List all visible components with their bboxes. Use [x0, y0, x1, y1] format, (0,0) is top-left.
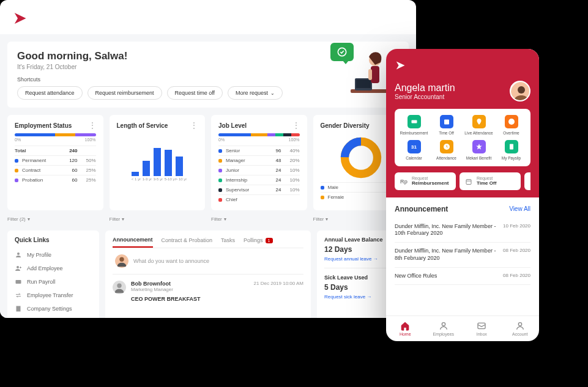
caret-down-icon: ▾: [224, 216, 226, 222]
rp-icon: Rp: [400, 177, 408, 186]
mobile-header: Angela martin Senior Accountant Reimburs…: [386, 49, 539, 197]
quick-links-title: Quick Links: [15, 237, 92, 243]
ql-run-payroll[interactable]: Run Payroll: [15, 275, 92, 289]
request-more-button[interactable]: [524, 172, 530, 190]
svg-rect-24: [466, 179, 471, 184]
nav-home[interactable]: Home: [386, 316, 425, 341]
tab-announcement[interactable]: Announcement: [113, 237, 153, 248]
hero-illustration: [341, 48, 390, 105]
shortcut-attendance[interactable]: Request attendance: [17, 86, 83, 100]
user-name: Angela martin: [395, 83, 455, 94]
shortcut-more[interactable]: More request⌄: [228, 86, 283, 100]
desktop-dashboard: Good morning, Salwa! It's Friday, 21 Oct…: [0, 0, 416, 318]
svg-rect-23: [510, 144, 513, 150]
avatar: [113, 281, 126, 294]
grid-mekari-benefit[interactable]: Mekari Benefit: [463, 140, 494, 160]
announcement-title: Announcement: [395, 205, 448, 213]
grid-calendar[interactable]: 31Calendar: [398, 140, 430, 160]
tab-pollings[interactable]: Pollings1: [244, 237, 272, 248]
nav-employees[interactable]: Employees: [425, 316, 463, 341]
shortcut-timeoff[interactable]: Request time off: [167, 86, 223, 100]
joblevel-bar: [218, 133, 300, 136]
pollings-badge: 1: [266, 238, 273, 243]
user-avatar[interactable]: [510, 81, 530, 101]
people-icon: [439, 321, 448, 331]
svg-point-25: [442, 323, 445, 326]
mobile-app: Angela martin Senior Accountant Reimburs…: [386, 49, 539, 341]
filter-2[interactable]: Filter ▾: [110, 214, 206, 224]
filter-3[interactable]: Filter ▾: [211, 214, 307, 224]
quick-actions-grid: Reimbursement Time Off Live Attendance O…: [395, 109, 530, 166]
tab-contract[interactable]: Contract & Probation: [162, 237, 213, 248]
announce-input[interactable]: What do you want to announce: [113, 248, 303, 275]
post-time: 21 Dec 2019 10:00 AM: [254, 281, 303, 292]
filter-row: Filter (2) ▾ Filter ▾ Filter ▾ Filter ▾: [7, 214, 409, 224]
more-icon[interactable]: ⋮: [89, 121, 96, 130]
lower-section: Quick Links My Profile Add Employee Run …: [7, 230, 409, 318]
quick-links-card: Quick Links My Profile Add Employee Run …: [7, 230, 99, 318]
ql-add-employee[interactable]: Add Employee: [15, 262, 92, 275]
caret-down-icon: ▾: [28, 216, 30, 222]
more-icon[interactable]: ⋮: [292, 121, 300, 130]
ql-my-profile[interactable]: My Profile: [15, 248, 92, 262]
arrow-right-icon: →: [373, 256, 378, 262]
card-title: Gender Diversity: [321, 122, 370, 129]
star-icon: [472, 140, 486, 153]
grid-payslip[interactable]: My Payslip: [496, 140, 527, 160]
request-timeoff-button[interactable]: RequestTime Off: [460, 172, 521, 190]
svg-rect-11: [16, 280, 21, 284]
card-title: Length of Service: [117, 122, 168, 129]
clock-plus-icon: [505, 115, 518, 128]
grid-overtime[interactable]: Overtime: [496, 115, 527, 135]
view-all-link[interactable]: View All: [509, 205, 530, 212]
account-icon: [515, 321, 525, 331]
ql-employee-transfer[interactable]: Employee Transfer: [15, 289, 92, 302]
more-icon[interactable]: ⋮: [190, 121, 198, 130]
svg-rect-20: [444, 120, 449, 125]
mobile-announcements: Announcement View All Dunder Mifflin, In…: [386, 197, 539, 315]
svg-point-14: [119, 257, 124, 262]
brand-logo: [12, 9, 31, 30]
svg-rect-3: [356, 79, 371, 88]
svg-point-9: [17, 252, 20, 255]
nav-inbox[interactable]: Inbox: [463, 316, 501, 341]
announcement-card: Announcement Contract & Probation Tasks …: [105, 230, 311, 318]
avatar: [115, 254, 128, 268]
service-barchart: [117, 133, 198, 176]
announcement-item[interactable]: New Office Rules 08 Feb 2020: [395, 268, 530, 286]
location-icon: [472, 115, 486, 128]
svg-point-21: [508, 119, 515, 125]
svg-rect-26: [478, 323, 485, 328]
home-icon: [400, 321, 410, 331]
announce-placeholder: What do you want to announce: [133, 258, 209, 264]
brand-logo: [395, 59, 530, 75]
shortcut-reimbursement[interactable]: Request reimbursement: [87, 86, 162, 100]
tab-tasks[interactable]: Tasks: [221, 237, 235, 248]
employment-status-card: Employment Status ⋮ 0%100% Total240 Perm…: [7, 115, 103, 210]
grid-attendance[interactable]: Attendance: [431, 140, 462, 160]
card-title: Job Level: [218, 122, 247, 129]
money-icon: [408, 115, 421, 128]
grid-live-attendance[interactable]: Live Attendance: [463, 115, 494, 135]
tabs: Announcement Contract & Probation Tasks …: [113, 237, 303, 248]
request-buttons: Rp RequestReimbursement RequestTime Off: [395, 172, 530, 190]
person-plus-icon: [15, 265, 22, 272]
stats-row: Employment Status ⋮ 0%100% Total240 Perm…: [7, 115, 409, 210]
announcement-item[interactable]: Dunder Mifflin, Inc. New Family Member -…: [395, 218, 530, 243]
caret-down-icon: ▾: [122, 216, 124, 222]
greeting-card: Good morning, Salwa! It's Friday, 21 Oct…: [7, 42, 409, 108]
grid-reimbursement[interactable]: Reimbursement: [398, 115, 430, 135]
filter-1[interactable]: Filter (2) ▾: [7, 214, 103, 224]
grid-timeoff[interactable]: Time Off: [431, 115, 462, 135]
caret-down-icon: ▾: [326, 216, 328, 222]
arrow-right-icon: →: [367, 294, 371, 300]
post-author: Bob Brownfoot: [131, 281, 173, 287]
mobile-bottom-nav: Home Employees Inbox Account: [386, 315, 539, 341]
request-reimbursement-button[interactable]: Rp RequestReimbursement: [395, 172, 456, 190]
announcement-item[interactable]: Dunder Mifflin, Inc. New Family Member -…: [395, 243, 530, 267]
payroll-icon: [15, 278, 22, 286]
svg-point-18: [518, 86, 525, 94]
ql-company-settings[interactable]: Company Settings: [15, 302, 92, 315]
clock-icon: [440, 140, 453, 153]
nav-account[interactable]: Account: [501, 316, 540, 341]
